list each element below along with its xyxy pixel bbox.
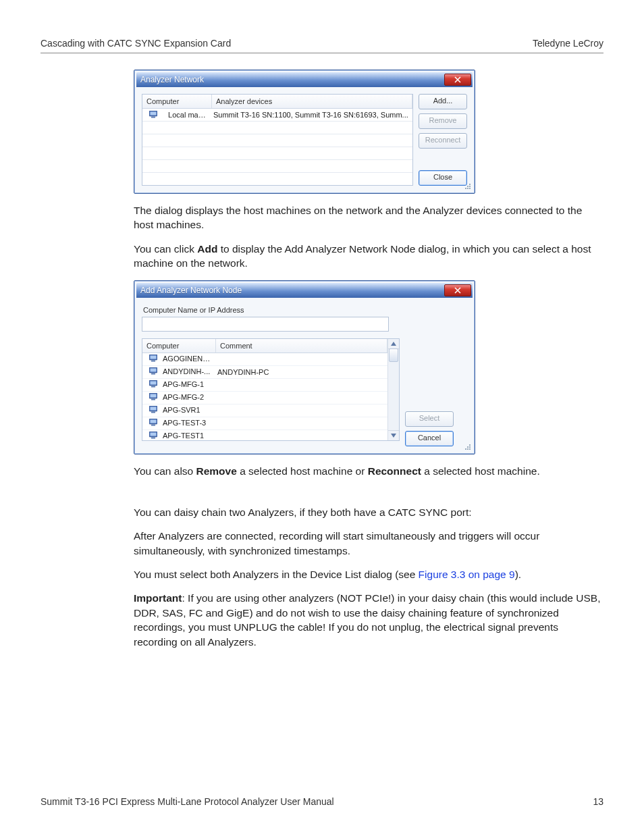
close-button[interactable]	[444, 284, 471, 296]
table-row[interactable]: Local machi... Summit T3-16 SN:1100, Sum…	[142, 109, 412, 122]
header-right: Teledyne LeCroy	[533, 38, 603, 49]
header-rule	[41, 53, 603, 53]
close-icon	[454, 74, 461, 86]
table-row[interactable]	[142, 160, 412, 173]
dialog-title: Analyzer Network	[140, 75, 204, 84]
add-node-dialog: Add Analyzer Network Node Computer Name …	[134, 280, 475, 454]
scroll-thumb[interactable]	[389, 348, 398, 362]
header-left: Cascading with CATC SYNC Expansion Card	[41, 38, 231, 49]
cell-devices: Summit T3-16 SN:1100, Summit T3-16 SN:61…	[210, 111, 412, 119]
svg-rect-13	[151, 369, 157, 372]
svg-rect-26	[151, 425, 155, 426]
list-item[interactable]: APG-TEST-3	[142, 417, 387, 430]
svg-rect-17	[151, 386, 155, 388]
scrollbar[interactable]	[387, 339, 399, 440]
remove-button[interactable]: Remove	[419, 113, 467, 129]
computer-icon	[146, 432, 161, 440]
resize-grip-icon[interactable]	[463, 442, 471, 450]
figure-link[interactable]: Figure 3.3 on page 9	[419, 569, 515, 580]
computer-icon	[146, 367, 161, 376]
svg-rect-10	[151, 356, 157, 359]
svg-rect-20	[151, 399, 155, 400]
body-text: You can also Remove a selected host mach…	[134, 464, 603, 478]
svg-rect-23	[151, 412, 155, 413]
scroll-down-icon[interactable]	[388, 430, 399, 440]
close-icon	[454, 284, 461, 296]
svg-rect-3	[469, 184, 471, 185]
body-text: You can daisy chain two Analyzers, if th…	[134, 505, 603, 519]
table-row[interactable]	[142, 173, 412, 185]
svg-rect-28	[151, 433, 157, 436]
svg-rect-36	[465, 448, 466, 450]
body-text: You must select both Analyzers in the De…	[134, 567, 603, 581]
scroll-up-icon[interactable]	[388, 339, 399, 349]
svg-rect-29	[151, 438, 155, 439]
dialog-titlebar[interactable]: Add Analyzer Network Node	[136, 283, 473, 298]
svg-rect-7	[467, 188, 468, 189]
svg-rect-38	[469, 448, 471, 450]
svg-rect-33	[469, 444, 471, 446]
svg-rect-35	[469, 446, 471, 448]
table-row[interactable]	[142, 134, 412, 147]
computer-icon	[146, 419, 161, 427]
computer-icon	[146, 355, 161, 363]
svg-rect-37	[467, 448, 468, 450]
svg-rect-11	[151, 361, 155, 362]
select-button[interactable]: Select	[405, 411, 454, 427]
list-item[interactable]: ANDYDINH-...ANDYDINH-PC	[142, 366, 387, 379]
svg-rect-2	[151, 116, 155, 118]
svg-rect-5	[469, 186, 471, 187]
dialog-titlebar[interactable]: Analyzer Network	[136, 72, 473, 87]
list-item[interactable]: AGOGINENI...	[142, 353, 387, 366]
list-item[interactable]: APG-MFG-1	[142, 379, 387, 392]
list-item[interactable]: APG-MFG-2	[142, 392, 387, 405]
col-comment[interactable]: Comment	[216, 339, 387, 353]
close-dialog-button[interactable]: Close	[419, 170, 467, 186]
svg-rect-34	[467, 446, 468, 448]
cell-computer: Local machi...	[165, 111, 210, 119]
svg-rect-6	[465, 188, 466, 189]
table-row[interactable]	[142, 147, 412, 160]
body-text: Important: If you are using other analyz…	[134, 591, 603, 649]
table-row[interactable]	[142, 122, 412, 134]
analyzer-table[interactable]: Computer Analyzer devices Local m	[142, 94, 413, 186]
list-item[interactable]: APG-SVR1	[142, 405, 387, 417]
computer-icon	[146, 111, 161, 120]
cancel-button[interactable]: Cancel	[405, 431, 454, 446]
computer-icon	[146, 406, 161, 415]
svg-rect-19	[151, 394, 157, 398]
svg-rect-22	[151, 407, 157, 411]
svg-rect-8	[469, 188, 471, 189]
footer-left: Summit T3-16 PCI Express Multi-Lane Prot…	[41, 796, 334, 807]
svg-rect-25	[151, 420, 157, 423]
body-text: You can click Add to display the Add Ana…	[134, 242, 603, 271]
body-text: The dialog displays the host machines on…	[134, 203, 603, 232]
close-button[interactable]	[444, 74, 471, 86]
list-item[interactable]: APG-TEST1	[142, 430, 387, 440]
resize-grip-icon[interactable]	[463, 182, 471, 190]
field-label: Computer Name or IP Address	[143, 306, 467, 314]
add-button[interactable]: Add...	[419, 94, 467, 109]
page-number: 13	[593, 796, 603, 807]
body-text: After Analyzers are connected, recording…	[134, 529, 603, 558]
computer-name-input[interactable]	[142, 317, 389, 332]
computer-icon	[146, 393, 161, 402]
svg-rect-16	[151, 382, 157, 385]
computer-icon	[146, 380, 161, 389]
svg-rect-14	[151, 373, 155, 375]
reconnect-button[interactable]: Reconnect	[419, 133, 467, 149]
col-computer[interactable]: Computer	[142, 339, 216, 353]
svg-rect-1	[151, 111, 157, 115]
dialog-title: Add Analyzer Network Node	[140, 286, 242, 295]
analyzer-network-dialog: Analyzer Network Computer Analyzer devic…	[134, 70, 475, 194]
col-devices[interactable]: Analyzer devices	[212, 95, 412, 108]
svg-rect-4	[467, 186, 468, 187]
col-computer[interactable]: Computer	[142, 95, 212, 108]
computer-list[interactable]: Computer Comment AGOGINENI...ANDYDINH-..…	[142, 338, 400, 441]
